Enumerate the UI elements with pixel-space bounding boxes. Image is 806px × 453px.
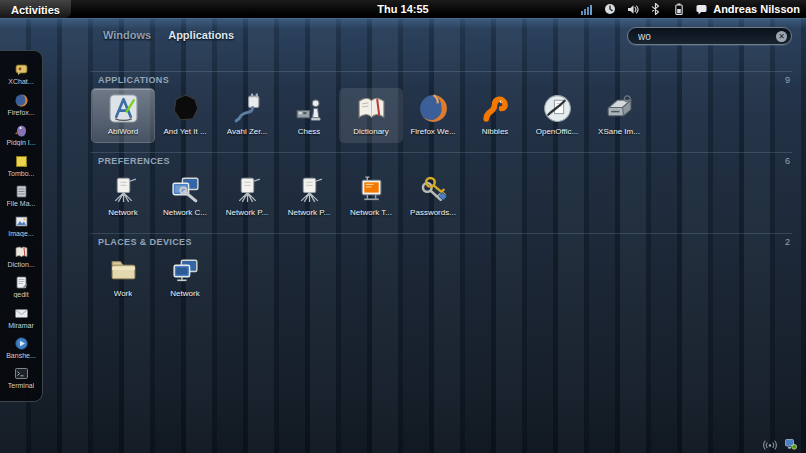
app-tile-firefox[interactable]: Firefox We...	[402, 89, 464, 142]
app-tile-openoffice[interactable]: OpenOffic...	[526, 89, 588, 142]
gedit-icon	[14, 275, 29, 290]
network-config-icon	[169, 173, 202, 206]
app-tile-avahi[interactable]: Avahi Zer...	[216, 89, 278, 142]
network-places-icon	[169, 254, 202, 287]
dock-item-label: Terminal	[8, 382, 34, 389]
applications-section: APPLICATIONS 9 AbiWord And Yet It ... Av…	[90, 71, 792, 152]
place-tile-work[interactable]: Work	[92, 251, 154, 304]
app-tile-label: Firefox We...	[410, 127, 455, 136]
pref-tile-network-tools[interactable]: Network T...	[340, 170, 402, 223]
places-header: PLACES & DEVICES 2	[90, 236, 792, 249]
place-tile-network[interactable]: Network	[154, 251, 216, 304]
app-tile-dictionary[interactable]: Dictionary	[340, 89, 402, 142]
pref-tile-network-proxy-2[interactable]: Network P...	[278, 170, 340, 223]
preferences-header: PREFERENCES 6	[90, 155, 792, 168]
clear-icon[interactable]: ✕	[776, 31, 787, 42]
keys-icon	[417, 173, 450, 206]
preferences-row: Network Network C... Network P... Networ…	[90, 168, 792, 229]
section-title: PREFERENCES	[98, 156, 170, 166]
activities-button[interactable]: Activities	[0, 0, 71, 18]
network-tools-icon	[355, 173, 388, 206]
dictionary-icon	[355, 92, 388, 125]
pidgin-icon	[14, 123, 29, 138]
volume-icon[interactable]	[626, 3, 639, 16]
dictionary-mini-icon	[14, 245, 29, 260]
dock-item-tomboy[interactable]: Tombo...	[0, 154, 42, 177]
dock-item-label: gedit	[13, 291, 28, 298]
dock-item-label: Banshe...	[6, 352, 36, 359]
user-menu[interactable]: Andreas Nilsson	[695, 3, 800, 16]
wireless-signal-icon[interactable]	[763, 438, 777, 450]
avahi-icon	[231, 92, 264, 125]
place-tile-label: Work	[114, 289, 133, 298]
app-tile-xsane[interactable]: XSane Im...	[588, 89, 650, 142]
firefox-mini-icon	[14, 93, 29, 108]
section-count: 2	[785, 237, 790, 247]
tomboy-icon	[14, 154, 29, 169]
chat-bubble-icon	[695, 3, 708, 16]
applications-header: APPLICATIONS 9	[90, 74, 792, 87]
power-icon[interactable]	[603, 3, 616, 16]
app-tile-nibbles[interactable]: Nibbles	[464, 89, 526, 142]
dock-item-label: Tombo...	[8, 170, 35, 177]
user-name: Andreas Nilsson	[713, 3, 800, 15]
applications-row: AbiWord And Yet It ... Avahi Zer... Ches…	[90, 87, 792, 148]
favorites-dock: XChat... Firefox... Pidgin I... Tombo...…	[0, 50, 43, 402]
dock-item-label: XChat...	[8, 78, 33, 85]
app-tile-label: OpenOffic...	[536, 127, 579, 136]
dock-item-gedit[interactable]: gedit	[0, 275, 42, 298]
pref-tile-label: Network P...	[288, 208, 331, 217]
clock-menu[interactable]: Thu 14:55	[377, 3, 428, 15]
dock-item-file-manager[interactable]: File Ma...	[0, 184, 42, 207]
dock-item-terminal[interactable]: Terminal	[0, 366, 42, 389]
dock-item-label: File Ma...	[7, 200, 36, 207]
app-tile-label: Nibbles	[482, 127, 509, 136]
pref-tile-passwords[interactable]: Passwords...	[402, 170, 464, 223]
app-tile-label: XSane Im...	[598, 127, 640, 136]
network-signal-icon[interactable]	[580, 3, 593, 16]
pref-tile-label: Passwords...	[410, 208, 456, 217]
pref-tile-network[interactable]: Network	[92, 170, 154, 223]
app-tile-label: Chess	[298, 127, 321, 136]
dock-item-pidgin[interactable]: Pidgin I...	[0, 123, 42, 146]
pref-tile-network-config[interactable]: Network C...	[154, 170, 216, 223]
and-yet-it-moves-icon	[169, 92, 202, 125]
dock-item-label: Image...	[8, 230, 33, 237]
battery-icon[interactable]	[672, 3, 685, 16]
dock-item-dictionary[interactable]: Diction...	[0, 245, 42, 268]
pref-tile-label: Network P...	[226, 208, 269, 217]
pref-tile-network-proxy[interactable]: Network P...	[216, 170, 278, 223]
app-tile-abiword[interactable]: AbiWord	[92, 89, 154, 142]
image-viewer-icon	[14, 214, 29, 229]
pref-tile-label: Network	[108, 208, 137, 217]
section-count: 6	[785, 156, 790, 166]
dock-item-image-viewer[interactable]: Image...	[0, 214, 42, 237]
section-title: APPLICATIONS	[98, 75, 169, 85]
network-device-icon	[107, 173, 140, 206]
search-input[interactable]	[638, 31, 776, 42]
network-device-icon	[231, 173, 264, 206]
dock-item-firefox[interactable]: Firefox...	[0, 93, 42, 116]
bottom-tray	[763, 438, 798, 450]
tab-applications[interactable]: Applications	[168, 29, 234, 41]
network-device-icon	[293, 173, 326, 206]
file-manager-icon	[14, 184, 29, 199]
section-title: PLACES & DEVICES	[98, 237, 192, 247]
dock-item-xchat[interactable]: XChat...	[0, 62, 42, 85]
app-tile-label: Dictionary	[353, 127, 389, 136]
bluetooth-icon[interactable]	[649, 3, 662, 16]
app-tile-and-yet-it-moves[interactable]: And Yet It ...	[154, 89, 216, 142]
app-tile-chess[interactable]: Chess	[278, 89, 340, 142]
preferences-section: PREFERENCES 6 Network Network C... Netwo…	[90, 152, 792, 233]
folder-icon	[107, 254, 140, 287]
banshee-icon	[14, 336, 29, 351]
network-status-icon[interactable]	[784, 438, 798, 450]
status-area: Andreas Nilsson	[580, 0, 800, 18]
dock-item-miramar[interactable]: Miramar	[0, 306, 42, 329]
places-row: Work Network	[90, 249, 792, 310]
view-tabs: Windows Applications	[103, 29, 234, 41]
dock-item-banshee[interactable]: Banshe...	[0, 336, 42, 359]
app-tile-label: AbiWord	[108, 127, 139, 136]
section-count: 9	[785, 75, 790, 85]
tab-windows[interactable]: Windows	[103, 29, 151, 41]
